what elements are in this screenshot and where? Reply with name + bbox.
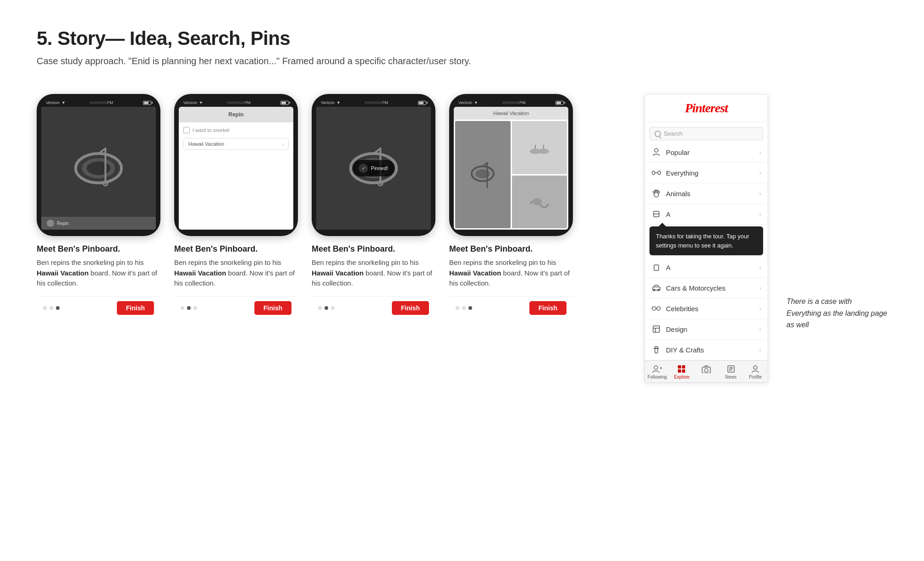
svg-line-36: [652, 308, 652, 308]
time-2: 11:18 PM: [233, 100, 251, 105]
profile-icon: [750, 364, 761, 374]
board-cell-bottom-right-4: [512, 176, 567, 229]
battery-icon-4: [556, 101, 564, 105]
repin-checkbox-2[interactable]: [183, 127, 190, 133]
explore-icon: [676, 364, 687, 374]
repin-bar-icon-1: [47, 220, 54, 227]
menu-label-diy: DIY & Crafts: [666, 346, 704, 354]
phone-1-shell: Verizon ▼ 11:18 PM: [37, 94, 160, 236]
menu-item-popular-left: Popular: [651, 147, 690, 157]
search-icon: [654, 131, 661, 137]
svg-point-23: [653, 191, 655, 193]
menu-item-celebrities[interactable]: Celebrities ›: [645, 298, 768, 319]
menu-item-art[interactable]: A ›: [645, 204, 768, 225]
menu-arrow-cars: ›: [759, 284, 761, 292]
board-grid-4: [454, 120, 568, 230]
repin-board-row-2[interactable]: Hawaii Vacation ›: [183, 138, 289, 150]
repin-input-text-2: I want to snorkel: [192, 127, 229, 133]
tab-following[interactable]: Following: [645, 361, 670, 382]
tab-explore[interactable]: Explore: [670, 361, 694, 382]
side-note: There is a case with Everything as the l…: [786, 94, 887, 331]
svg-rect-40: [655, 346, 658, 353]
svg-point-20: [533, 198, 542, 205]
dots-row-3: [318, 306, 335, 310]
pinterest-logo: Pinterest: [651, 101, 761, 116]
pinterest-logo-text: Pinterest: [685, 101, 728, 115]
phone-4-shell: Verizon ▼ 11:18 PM Hawaii Vacation: [449, 94, 573, 236]
phone-4-bottom-bar: Finish: [449, 296, 573, 319]
svg-rect-30: [653, 287, 660, 290]
phone-3-bottom-bar: Finish: [312, 296, 435, 319]
dot-3-2: [324, 306, 328, 310]
phone-2-status-bar: Verizon ▼ 11:18 PM: [179, 99, 293, 107]
glasses-icon: [651, 303, 661, 314]
menu-item-diy[interactable]: DIY & Crafts ›: [645, 340, 768, 360]
menu-item-design[interactable]: Design ›: [645, 319, 768, 340]
finish-button-4[interactable]: Finish: [529, 301, 566, 315]
menu-item-cars[interactable]: Cars & Motorcycles ›: [645, 278, 768, 298]
phone-2-shell: Verizon ▼ 11:18 PM Repin I want to snork…: [174, 94, 298, 236]
svg-point-21: [654, 148, 658, 152]
camera-icon: [701, 364, 712, 374]
dots-row-4: [456, 306, 472, 310]
menu-item-popular[interactable]: Popular ›: [645, 142, 768, 163]
menu-item-everything[interactable]: Everything ›: [645, 163, 768, 183]
repin-board-name-2: Hawaii Vacation: [188, 141, 224, 147]
svg-point-25: [655, 190, 656, 192]
menu-label-design: Design: [666, 325, 688, 333]
phone-2-caption: Meet Ben's Pinboard. Ben repins the snor…: [174, 236, 298, 294]
wifi-icon-1: ▼: [61, 100, 66, 105]
caption-body-1: Ben repins the snorkeling pin to his Haw…: [37, 258, 160, 289]
news-icon: [726, 364, 737, 374]
svg-point-22: [654, 192, 659, 197]
finish-button-3[interactable]: Finish: [392, 301, 429, 315]
caption-title-2: Meet Ben's Pinboard.: [174, 244, 298, 254]
caption-title-1: Meet Ben's Pinboard.: [37, 244, 160, 254]
menu-item-animals[interactable]: Animals ›: [645, 183, 768, 204]
tooltip-box: Thanks for taking the tour. Tap your set…: [649, 226, 763, 255]
finish-button-2[interactable]: Finish: [254, 301, 292, 315]
phone-2-container: Verizon ▼ 11:18 PM Repin I want to snork…: [174, 94, 298, 319]
dot-4-1: [456, 306, 459, 310]
pinned-check-icon-3: ✓: [359, 164, 368, 173]
dots-row-2: [181, 306, 197, 310]
tab-camera[interactable]: [694, 361, 719, 382]
car-icon: [651, 283, 661, 293]
menu-arrow-everything: ›: [759, 169, 761, 176]
status-carrier-1: Verizon ▼: [46, 100, 66, 105]
battery-icon-2: [280, 101, 289, 105]
menu-arrow-popular: ›: [759, 148, 761, 156]
carrier-text-3: Verizon: [321, 100, 335, 105]
snorkel-mask-svg-1: [69, 148, 128, 189]
phone-1-container: Verizon ▼ 11:18 PM: [37, 94, 160, 319]
tab-profile[interactable]: Profile: [743, 361, 768, 382]
time-4: 11:18 PM: [508, 100, 526, 105]
apparel-icon: [651, 262, 661, 272]
svg-rect-29: [654, 265, 659, 270]
repin-bar-1[interactable]: Repin: [41, 217, 156, 230]
menu-item-art-left: A: [651, 209, 671, 219]
time-3: 11:18 PM: [370, 100, 388, 105]
carrier-text-2: Verizon: [183, 100, 197, 105]
paw-icon: [651, 188, 661, 198]
tooltip-overlay: A › Thanks for taking the tour. Tap your…: [645, 204, 768, 278]
wifi-icon-2: ▼: [199, 100, 203, 105]
phone-4-status-bar: Verizon ▼ 11:18 PM: [454, 99, 568, 107]
finish-button-1[interactable]: Finish: [117, 301, 154, 315]
search-placeholder: Search: [664, 130, 682, 137]
tab-news[interactable]: News: [719, 361, 743, 382]
search-bar[interactable]: Search: [649, 127, 763, 140]
dot-2-1: [181, 306, 184, 310]
menu-item-apparel[interactable]: A ›: [645, 257, 768, 278]
menu-label-everything: Everything: [666, 169, 698, 177]
tab-label-news: News: [725, 374, 737, 380]
board-cell-top-right-4: [512, 121, 567, 174]
menu-arrow-diy: ›: [759, 346, 761, 353]
caption-body-4: Ben repins the snorkeling pin to his Haw…: [449, 258, 573, 289]
person-icon: [651, 147, 661, 157]
menu-label-popular: Popular: [666, 148, 690, 156]
phone-4-caption: Meet Ben's Pinboard. Ben repins the snor…: [449, 236, 573, 294]
svg-point-42: [654, 366, 658, 369]
screen-pinned-3: ✓ Pinned!: [316, 107, 431, 230]
carrier-text-1: Verizon: [46, 100, 60, 105]
